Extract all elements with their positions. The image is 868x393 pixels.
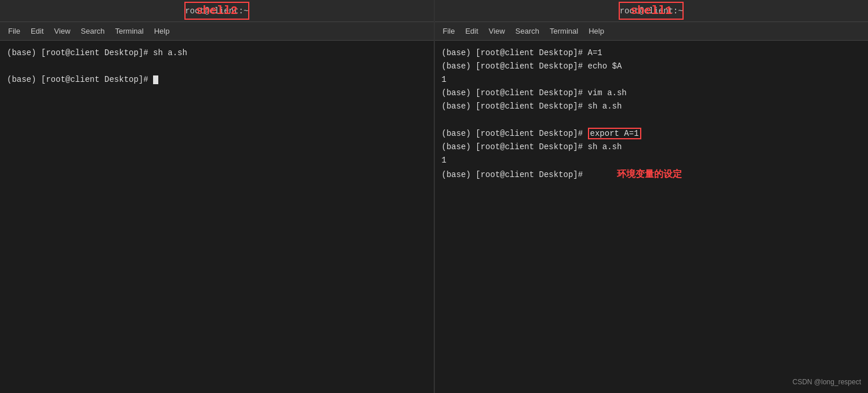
shell1-terminal-body[interactable]: (base) [root@client Desktop]# A=1 (base)… (435, 41, 869, 393)
shell1-line-6 (442, 113, 862, 127)
shell2-menu-file[interactable]: File (8, 27, 20, 35)
shell2-label: shell2 (184, 2, 249, 20)
shell2-menu-edit[interactable]: Edit (31, 27, 43, 35)
shell2-line-2 (7, 60, 427, 73)
shell1-menu-bar: File Edit View Search Terminal Help (435, 22, 869, 41)
shell1-menu-help[interactable]: Help (589, 27, 604, 35)
export-highlight: export A=1 (588, 128, 641, 139)
shell1-menu-search[interactable]: Search (515, 27, 539, 35)
shell2-menu-bar: File Edit View Search Terminal Help (0, 22, 434, 41)
shell2-terminal-body[interactable]: (base) [root@client Desktop]# sh a.sh (b… (0, 41, 434, 393)
shell1-line-3: 1 (442, 73, 862, 86)
shell2-line-1: (base) [root@client Desktop]# sh a.sh (7, 46, 427, 60)
shell1-line-7: (base) [root@client Desktop]# export A=1 (442, 127, 862, 140)
shell1-line-2: (base) [root@client Desktop]# echo $A (442, 60, 862, 73)
shell1-line-4: (base) [root@client Desktop]# vim a.sh (442, 86, 862, 100)
shell1-line-10: (base) [root@client Desktop]# 环境变量的设定 (442, 167, 862, 182)
shell2-pane: root@client:~ shell2 File Edit View Sear… (0, 0, 435, 393)
watermark: CSDN @long_respect (793, 377, 861, 388)
main-container: root@client:~ shell2 File Edit View Sear… (0, 0, 868, 393)
shell2-menu-search[interactable]: Search (81, 27, 104, 35)
shell2-menu-help[interactable]: Help (154, 27, 170, 35)
shell1-pane: root@client:~ shell1 File Edit View Sear… (435, 0, 869, 393)
shell1-menu-file[interactable]: File (443, 27, 455, 35)
shell1-label: shell1 (619, 2, 684, 20)
shell1-menu-terminal[interactable]: Terminal (550, 27, 578, 35)
shell1-line-8: (base) [root@client Desktop]# sh a.sh (442, 140, 862, 154)
shell1-menu-view[interactable]: View (489, 27, 505, 35)
shell2-cursor (153, 75, 158, 84)
shell1-line-9: 1 (442, 154, 862, 167)
shell1-line-5: (base) [root@client Desktop]# sh a.sh (442, 100, 862, 113)
shell1-line-1: (base) [root@client Desktop]# A=1 (442, 46, 862, 60)
shell2-title-bar: root@client:~ shell2 (0, 0, 434, 22)
shell2-menu-terminal[interactable]: Terminal (115, 27, 144, 35)
shell2-line-3: (base) [root@client Desktop]# (7, 73, 427, 86)
shell1-menu-edit[interactable]: Edit (465, 27, 478, 35)
env-annotation: 环境变量的设定 (617, 170, 682, 180)
shell2-menu-view[interactable]: View (54, 27, 70, 35)
shell1-title-bar: root@client:~ shell1 (435, 0, 869, 22)
